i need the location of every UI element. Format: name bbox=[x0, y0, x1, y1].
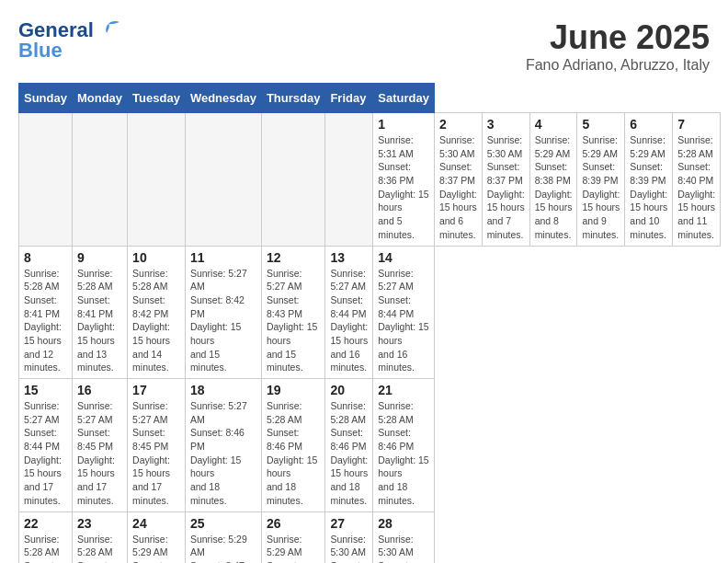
day-number: 16 bbox=[77, 383, 122, 397]
calendar-cell: 25Sunrise: 5:29 AMSunset: 8:47 PMDayligh… bbox=[185, 511, 261, 563]
calendar-cell: 21Sunrise: 5:28 AMSunset: 8:46 PMDayligh… bbox=[373, 379, 435, 512]
day-number: 27 bbox=[330, 516, 368, 531]
day-info: Sunrise: 5:28 AMSunset: 8:46 PMDaylight:… bbox=[378, 399, 429, 508]
calendar-cell bbox=[72, 113, 127, 247]
calendar-cell bbox=[128, 113, 186, 247]
day-number: 21 bbox=[378, 383, 429, 397]
day-number: 26 bbox=[267, 516, 321, 531]
day-number: 3 bbox=[487, 117, 525, 132]
logo: General Blue bbox=[18, 18, 121, 63]
calendar-week-row-4: 22Sunrise: 5:28 AMSunset: 8:47 PMDayligh… bbox=[19, 511, 721, 563]
calendar-cell: 13Sunrise: 5:27 AMSunset: 8:44 PMDayligh… bbox=[325, 246, 373, 379]
weekday-header-row: SundayMondayTuesdayWednesdayThursdayFrid… bbox=[19, 84, 721, 113]
day-number: 20 bbox=[330, 383, 368, 397]
day-number: 25 bbox=[190, 516, 256, 531]
day-info: Sunrise: 5:28 AMSunset: 8:46 PMDaylight:… bbox=[330, 399, 368, 508]
day-info: Sunrise: 5:30 AMSunset: 8:47 PMDaylight:… bbox=[330, 533, 368, 564]
day-info: Sunrise: 5:29 AMSunset: 8:38 PMDaylight:… bbox=[535, 133, 573, 242]
day-number: 4 bbox=[535, 117, 573, 132]
calendar-cell: 23Sunrise: 5:28 AMSunset: 8:47 PMDayligh… bbox=[72, 511, 127, 563]
day-number: 10 bbox=[132, 250, 180, 265]
calendar-cell: 19Sunrise: 5:28 AMSunset: 8:46 PMDayligh… bbox=[261, 379, 325, 512]
calendar-table: SundayMondayTuesdayWednesdayThursdayFrid… bbox=[18, 83, 721, 563]
logo-bird-icon bbox=[96, 20, 121, 40]
calendar-cell: 9Sunrise: 5:28 AMSunset: 8:41 PMDaylight… bbox=[72, 246, 127, 379]
day-info: Sunrise: 5:29 AMSunset: 8:39 PMDaylight:… bbox=[630, 133, 667, 242]
calendar-cell: 14Sunrise: 5:27 AMSunset: 8:44 PMDayligh… bbox=[373, 246, 435, 379]
calendar-cell bbox=[325, 113, 373, 247]
calendar-cell: 3Sunrise: 5:30 AMSunset: 8:37 PMDaylight… bbox=[482, 113, 529, 247]
calendar-cell: 8Sunrise: 5:28 AMSunset: 8:41 PMDaylight… bbox=[19, 246, 73, 379]
calendar-cell: 26Sunrise: 5:29 AMSunset: 8:47 PMDayligh… bbox=[261, 511, 325, 563]
day-number: 17 bbox=[132, 383, 180, 397]
calendar-title: June 2025 bbox=[526, 18, 710, 57]
day-info: Sunrise: 5:29 AMSunset: 8:47 PMDaylight:… bbox=[190, 533, 256, 564]
calendar-cell: 20Sunrise: 5:28 AMSunset: 8:46 PMDayligh… bbox=[325, 379, 373, 512]
day-info: Sunrise: 5:30 AMSunset: 8:37 PMDaylight:… bbox=[487, 133, 525, 242]
calendar-cell: 12Sunrise: 5:27 AMSunset: 8:43 PMDayligh… bbox=[261, 246, 325, 379]
weekday-header-monday: Monday bbox=[72, 84, 127, 113]
day-number: 5 bbox=[582, 117, 620, 132]
day-info: Sunrise: 5:27 AMSunset: 8:45 PMDaylight:… bbox=[132, 399, 180, 508]
calendar-subtitle: Fano Adriano, Abruzzo, Italy bbox=[526, 57, 710, 74]
weekday-header-friday: Friday bbox=[325, 84, 373, 113]
calendar-cell: 28Sunrise: 5:30 AMSunset: 8:47 PMDayligh… bbox=[373, 511, 435, 563]
weekday-header-thursday: Thursday bbox=[261, 84, 325, 113]
calendar-cell bbox=[19, 113, 73, 247]
calendar-cell: 18Sunrise: 5:27 AMSunset: 8:46 PMDayligh… bbox=[185, 379, 261, 512]
day-number: 19 bbox=[267, 383, 321, 397]
day-info: Sunrise: 5:31 AMSunset: 8:36 PMDaylight:… bbox=[378, 133, 429, 242]
day-info: Sunrise: 5:30 AMSunset: 8:37 PMDaylight:… bbox=[439, 133, 477, 242]
day-info: Sunrise: 5:28 AMSunset: 8:47 PMDaylight:… bbox=[77, 533, 122, 564]
day-info: Sunrise: 5:28 AMSunset: 8:41 PMDaylight:… bbox=[77, 267, 122, 375]
day-number: 11 bbox=[190, 250, 256, 265]
calendar-cell: 16Sunrise: 5:27 AMSunset: 8:45 PMDayligh… bbox=[72, 379, 127, 512]
day-info: Sunrise: 5:28 AMSunset: 8:47 PMDaylight:… bbox=[24, 533, 67, 564]
day-number: 23 bbox=[77, 516, 122, 531]
day-info: Sunrise: 5:29 AMSunset: 8:47 PMDaylight:… bbox=[267, 533, 321, 564]
page-header: General Blue June 2025 Fano Adriano, Abr… bbox=[18, 18, 710, 74]
weekday-header-tuesday: Tuesday bbox=[128, 84, 186, 113]
logo-blue: Blue bbox=[18, 39, 63, 63]
calendar-cell: 22Sunrise: 5:28 AMSunset: 8:47 PMDayligh… bbox=[19, 511, 73, 563]
day-info: Sunrise: 5:30 AMSunset: 8:47 PMDaylight:… bbox=[378, 533, 429, 564]
day-info: Sunrise: 5:27 AMSunset: 8:44 PMDaylight:… bbox=[330, 267, 368, 375]
weekday-header-wednesday: Wednesday bbox=[185, 84, 261, 113]
day-info: Sunrise: 5:27 AMSunset: 8:44 PMDaylight:… bbox=[378, 267, 429, 375]
calendar-cell: 15Sunrise: 5:27 AMSunset: 8:44 PMDayligh… bbox=[19, 379, 73, 512]
calendar-cell: 24Sunrise: 5:29 AMSunset: 8:47 PMDayligh… bbox=[128, 511, 186, 563]
day-info: Sunrise: 5:28 AMSunset: 8:42 PMDaylight:… bbox=[132, 267, 180, 375]
calendar-cell: 2Sunrise: 5:30 AMSunset: 8:37 PMDaylight… bbox=[434, 113, 482, 247]
calendar-week-row-1: 1Sunrise: 5:31 AMSunset: 8:36 PMDaylight… bbox=[19, 113, 721, 247]
day-info: Sunrise: 5:27 AMSunset: 8:44 PMDaylight:… bbox=[24, 399, 67, 508]
weekday-header-sunday: Sunday bbox=[19, 84, 73, 113]
calendar-cell: 1Sunrise: 5:31 AMSunset: 8:36 PMDaylight… bbox=[373, 113, 435, 247]
day-number: 8 bbox=[24, 250, 67, 265]
calendar-cell: 17Sunrise: 5:27 AMSunset: 8:45 PMDayligh… bbox=[128, 379, 186, 512]
day-number: 22 bbox=[24, 516, 67, 531]
day-number: 2 bbox=[439, 117, 477, 132]
day-info: Sunrise: 5:28 AMSunset: 8:46 PMDaylight:… bbox=[267, 399, 321, 508]
day-info: Sunrise: 5:28 AMSunset: 8:40 PMDaylight:… bbox=[677, 133, 715, 242]
calendar-cell: 7Sunrise: 5:28 AMSunset: 8:40 PMDaylight… bbox=[673, 113, 721, 247]
calendar-cell: 6Sunrise: 5:29 AMSunset: 8:39 PMDaylight… bbox=[625, 113, 673, 247]
calendar-week-row-2: 8Sunrise: 5:28 AMSunset: 8:41 PMDaylight… bbox=[19, 246, 721, 379]
weekday-header-saturday: Saturday bbox=[373, 84, 435, 113]
day-info: Sunrise: 5:29 AMSunset: 8:39 PMDaylight:… bbox=[582, 133, 620, 242]
day-number: 12 bbox=[267, 250, 321, 265]
day-info: Sunrise: 5:27 AMSunset: 8:45 PMDaylight:… bbox=[77, 399, 122, 508]
calendar-cell: 4Sunrise: 5:29 AMSunset: 8:38 PMDaylight… bbox=[529, 113, 577, 247]
day-number: 14 bbox=[378, 250, 429, 265]
calendar-week-row-3: 15Sunrise: 5:27 AMSunset: 8:44 PMDayligh… bbox=[19, 379, 721, 512]
day-number: 18 bbox=[190, 383, 256, 397]
day-info: Sunrise: 5:27 AMSunset: 8:46 PMDaylight:… bbox=[190, 399, 256, 508]
calendar-cell: 27Sunrise: 5:30 AMSunset: 8:47 PMDayligh… bbox=[325, 511, 373, 563]
calendar-cell: 11Sunrise: 5:27 AMSunset: 8:42 PMDayligh… bbox=[185, 246, 261, 379]
day-info: Sunrise: 5:28 AMSunset: 8:41 PMDaylight:… bbox=[24, 267, 67, 375]
day-number: 15 bbox=[24, 383, 67, 397]
calendar-cell bbox=[261, 113, 325, 247]
day-info: Sunrise: 5:27 AMSunset: 8:43 PMDaylight:… bbox=[267, 267, 321, 375]
day-number: 9 bbox=[77, 250, 122, 265]
day-number: 1 bbox=[378, 117, 429, 132]
day-info: Sunrise: 5:29 AMSunset: 8:47 PMDaylight:… bbox=[132, 533, 180, 564]
